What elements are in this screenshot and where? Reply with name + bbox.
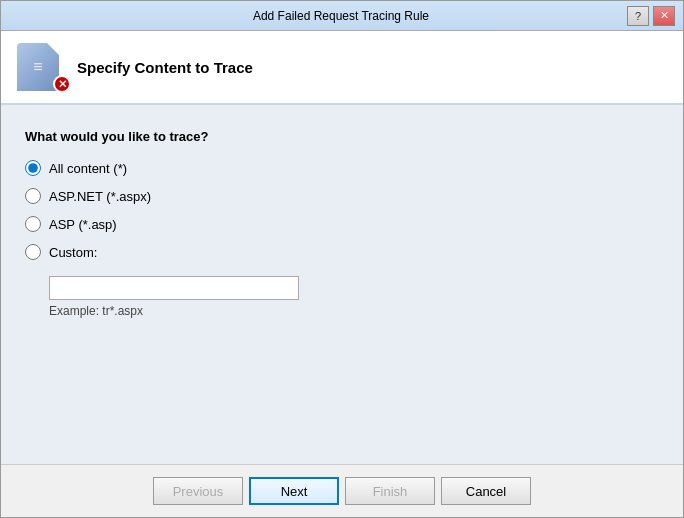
content-area: What would you like to trace? All conten… [1, 105, 683, 464]
radio-asp[interactable] [25, 216, 41, 232]
radio-item-asp[interactable]: ASP (*.asp) [25, 216, 659, 232]
radio-aspnet[interactable] [25, 188, 41, 204]
window-title: Add Failed Request Tracing Rule [55, 9, 627, 23]
radio-aspnet-label: ASP.NET (*.aspx) [49, 189, 151, 204]
error-badge-icon: ✕ [53, 75, 71, 93]
header-icon: ✕ [17, 43, 65, 91]
radio-all-label: All content (*) [49, 161, 127, 176]
page-title: Specify Content to Trace [77, 59, 253, 76]
title-bar: Add Failed Request Tracing Rule ? ✕ [1, 1, 683, 31]
radio-custom-label: Custom: [49, 245, 97, 260]
radio-item-all[interactable]: All content (*) [25, 160, 659, 176]
close-button[interactable]: ✕ [653, 6, 675, 26]
radio-custom[interactable] [25, 244, 41, 260]
radio-asp-label: ASP (*.asp) [49, 217, 117, 232]
dialog-window: Add Failed Request Tracing Rule ? ✕ ✕ Sp… [0, 0, 684, 518]
custom-text-input[interactable] [49, 276, 299, 300]
title-bar-buttons: ? ✕ [627, 6, 675, 26]
previous-button[interactable]: Previous [153, 477, 243, 505]
finish-button[interactable]: Finish [345, 477, 435, 505]
header-section: ✕ Specify Content to Trace [1, 31, 683, 105]
cancel-button[interactable]: Cancel [441, 477, 531, 505]
help-button[interactable]: ? [627, 6, 649, 26]
radio-item-aspnet[interactable]: ASP.NET (*.aspx) [25, 188, 659, 204]
radio-group: All content (*) ASP.NET (*.aspx) ASP (*.… [25, 160, 659, 318]
question-label: What would you like to trace? [25, 129, 659, 144]
example-text: Example: tr*.aspx [49, 304, 659, 318]
custom-input-section: Example: tr*.aspx [49, 276, 659, 318]
radio-all[interactable] [25, 160, 41, 176]
radio-item-custom[interactable]: Custom: [25, 244, 659, 260]
next-button[interactable]: Next [249, 477, 339, 505]
footer: Previous Next Finish Cancel [1, 464, 683, 517]
